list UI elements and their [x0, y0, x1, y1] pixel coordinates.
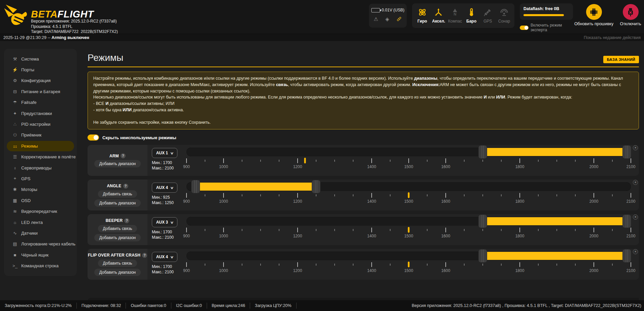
slider-handle-max[interactable]	[312, 180, 320, 193]
help-icon[interactable]: ?	[124, 218, 129, 223]
help-icon[interactable]: ?	[142, 253, 147, 258]
dataflash-panel: Dataflash: free 0B Включить режим экспер…	[520, 3, 573, 32]
delete-range-icon[interactable]: ✕	[633, 145, 638, 150]
sidebar-item-receiver[interactable]: ⚇Приёмник	[4, 130, 77, 141]
propeller-icon: ✱	[12, 187, 18, 192]
sidebar-item-power-battery[interactable]: ⊟Питание и Батарея	[4, 86, 77, 97]
disconnect-label: Отключить	[620, 22, 641, 26]
rssi-icon: ◈	[385, 16, 389, 22]
add-link-button[interactable]: Добавить связь	[98, 190, 137, 198]
sliders-icon: ☰	[12, 154, 18, 159]
ruler-tick	[279, 160, 279, 162]
betaflight-configurator: { "header": { "logo_beta": "BETA", "logo…	[0, 0, 644, 311]
add-range-button[interactable]: Добавить диапазон	[94, 160, 141, 167]
aux-channel-value: AUX 1	[156, 151, 168, 155]
logging-icon: ▤	[12, 241, 18, 246]
slider-ruler: 90010001200140015001600180020002100	[187, 262, 631, 275]
ruler-tick	[297, 193, 298, 198]
add-range-button[interactable]: Добавить диапазон	[94, 269, 141, 276]
sidebar-item-modes[interactable]: ⚏Режимы	[7, 141, 74, 151]
ruler-tick	[371, 262, 372, 267]
chevron-down-icon: ∨	[170, 186, 174, 190]
ruler-tick	[334, 194, 335, 196]
sidebar-item-gps[interactable]: ⌖GPS	[4, 173, 77, 184]
add-link-button[interactable]: Добавить связь	[98, 260, 137, 267]
show-log-link[interactable]: Показать недавние действия	[584, 35, 641, 40]
range-slider-track[interactable]	[187, 148, 631, 156]
delete-range-icon[interactable]: ✕	[633, 180, 638, 185]
ruler-tick	[575, 264, 576, 266]
ruler-tick	[482, 194, 483, 196]
ruler-tick	[353, 194, 353, 196]
update-firmware-button[interactable]: Обновить прошивку	[574, 4, 613, 26]
aux-channel-select[interactable]: AUX 3∨	[152, 217, 177, 227]
help-icon[interactable]: ?	[121, 153, 126, 158]
slider-handle-min[interactable]	[479, 249, 487, 262]
sidebar-item-onboard-logging[interactable]: ▤Логирование через кабель	[4, 239, 77, 249]
ruler-tick-label: 900	[183, 268, 190, 273]
sidebar-item-motors[interactable]: ✱Моторы	[4, 184, 77, 195]
expert-mode-toggle[interactable]	[520, 26, 529, 30]
slider-handle-max[interactable]	[623, 146, 631, 158]
sidebar-item-adjustments[interactable]: ☰Корректирование в полёте	[4, 152, 77, 162]
sidebar-item-blackbox[interactable]: ■Чёрный ящик	[4, 249, 77, 260]
ruler-tick-label: 1000	[219, 199, 228, 204]
slider-handle-max[interactable]	[623, 215, 631, 228]
ruler-tick	[556, 229, 557, 231]
ruler-tick	[464, 229, 465, 231]
delete-range-icon[interactable]: ✕	[633, 215, 638, 220]
add-link-button[interactable]: Добавить связь	[98, 225, 137, 232]
add-range-button[interactable]: Добавить диапазон	[94, 234, 141, 241]
slider-handle-min[interactable]	[479, 215, 487, 228]
ruler-tick	[445, 158, 446, 163]
aux-channel-value: AUX 4	[156, 185, 168, 190]
hide-unused-row: Скрыть неиспользуемые режимы	[88, 134, 639, 141]
knowledge-base-button[interactable]: БАЗА ЗНАНИЙ	[603, 56, 639, 63]
slider-handle-min[interactable]	[192, 180, 200, 193]
ruler-tick-label: 1400	[367, 199, 376, 204]
delete-range-icon[interactable]: ✕	[633, 249, 638, 254]
ruler-tick	[445, 262, 446, 267]
sidebar-item-sensors[interactable]: ∿Датчики	[4, 228, 77, 238]
ruler-tick	[371, 228, 372, 232]
hide-unused-modes-toggle[interactable]	[88, 134, 99, 141]
channel-value-marker	[304, 158, 306, 163]
aux-channel-select[interactable]: AUX 1∨	[152, 148, 177, 158]
range-minmax: Мин.: 1700Макс.: 2100	[152, 264, 184, 275]
range-slider-track[interactable]	[187, 251, 631, 260]
ruler-tick-label: 1200	[293, 164, 302, 169]
add-range-button[interactable]: Добавить диапазон	[94, 199, 141, 207]
aux-channel-select[interactable]: AUX 4∨	[152, 183, 177, 193]
ruler-tick	[223, 228, 224, 232]
mode-name: FLIP OVER AFTER CRASH	[88, 253, 140, 258]
help-icon[interactable]: ?	[123, 184, 128, 189]
slider-handle-max[interactable]	[623, 249, 631, 262]
sidebar-item-led-strip[interactable]: ☼LED лента	[4, 217, 77, 228]
sidebar-item-configuration[interactable]: ⚙Конфигурация	[4, 75, 77, 86]
sidebar-item-ports[interactable]: ⚡Порты	[4, 64, 77, 75]
ruler-tick	[482, 160, 483, 162]
ruler-tick	[612, 264, 613, 266]
sidebar-item-pid-tuning[interactable]: ∴PID настройки	[4, 119, 77, 129]
disconnect-button[interactable]: Отключить	[619, 4, 642, 26]
status-item: Загрузка ЦПУ:20%	[250, 303, 296, 309]
sensor-status-panel: ГироАксел.NКомпасБароGPSСонар	[412, 3, 514, 28]
sidebar-item-failsafe[interactable]: ☂Failsafe	[4, 97, 77, 108]
wave-icon: ∿	[12, 231, 18, 236]
dataflash-usage-bar	[523, 14, 564, 16]
gps-icon	[483, 8, 492, 18]
sidebar-item-servos[interactable]: ♁Сервоприводы	[4, 162, 77, 173]
sidebar-item-label: Корректирование в полёте	[21, 154, 76, 159]
aux-channel-select[interactable]: AUX 4∨	[152, 252, 177, 262]
sidebar-item-system[interactable]: ⚒Система	[4, 53, 77, 64]
status-item: I2C ошибки:0	[171, 303, 207, 309]
sidebar-item-presets[interactable]: ✦Предустановки	[4, 108, 77, 119]
sidebar-item-cli[interactable]: >_Командная строка	[4, 260, 77, 271]
range-slider-track[interactable]	[187, 182, 631, 191]
chevron-down-icon: ∨	[170, 255, 174, 259]
sidebar-item-vtx[interactable]: ≋Видеопередатчик	[4, 206, 77, 217]
slider-handle-min[interactable]	[479, 146, 487, 158]
range-slider-track[interactable]	[187, 217, 631, 226]
sidebar-item-osd[interactable]: ▦OSD	[4, 195, 77, 206]
ruler-tick	[260, 229, 261, 231]
